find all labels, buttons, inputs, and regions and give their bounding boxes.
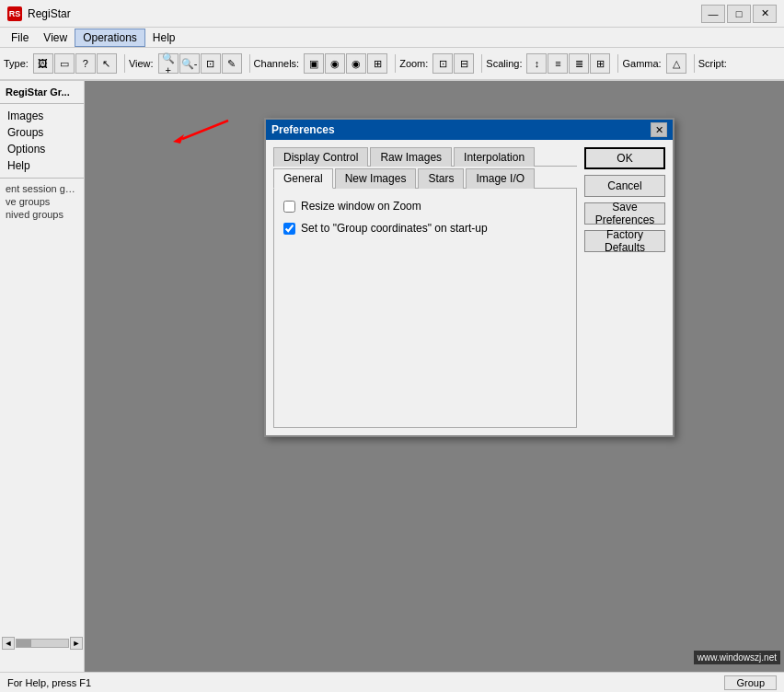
sidebar-divider-1 [0, 103, 84, 104]
tab-stars[interactable]: Stars [418, 168, 464, 189]
toolbar: Type: 🖼 ▭ ? ↖ View: 🔍+ 🔍- ⊡ ✎ Channels: … [0, 48, 784, 81]
toolbar-zoom-section: Zoom: ⊡ ⊟ [399, 53, 474, 74]
sidebar-item-images[interactable]: Images [0, 108, 84, 124]
zoom-ctrl-btn[interactable]: ⊡ [432, 53, 453, 74]
dialog-left-panel: Display Control Raw Images Interpolation… [273, 147, 577, 428]
resize-window-checkbox[interactable] [283, 201, 295, 213]
tab-interpolation[interactable]: Interpolation [454, 147, 535, 167]
group-coordinates-checkbox[interactable] [283, 223, 295, 235]
gamma-label: Gamma: [622, 58, 661, 69]
ok-button[interactable]: OK [584, 147, 665, 169]
channel-btn-4[interactable]: ⊞ [367, 53, 387, 74]
toolbar-btn-4[interactable]: ↖ [97, 53, 117, 74]
title-bar: RS RegiStar — □ ✕ [0, 0, 784, 28]
toolbar-divider-3 [395, 54, 396, 73]
toolbar-divider-2 [249, 54, 250, 73]
scroll-track [16, 639, 69, 648]
menu-operations[interactable]: Operations [75, 29, 145, 47]
type-label: Type: [4, 58, 29, 69]
toolbar-channels-section: Channels: ▣ ◉ ◉ ⊞ [254, 53, 388, 74]
menu-view[interactable]: View [36, 29, 75, 46]
sidebar-item-help[interactable]: Help [0, 157, 84, 174]
sidebar-groups-text: ve groups [0, 195, 84, 208]
tab-raw-images[interactable]: Raw Images [370, 147, 452, 167]
arrow-indicator [173, 116, 247, 146]
sidebar-divider-2 [0, 178, 84, 179]
dialog-titlebar: Preferences ✕ [266, 120, 673, 140]
toolbar-divider-4 [481, 54, 482, 73]
sidebar-item-options[interactable]: Options [0, 141, 84, 157]
minimize-button[interactable]: — [701, 5, 725, 23]
toolbar-btn-2[interactable]: ▭ [54, 53, 75, 74]
scale-btn-4[interactable]: ⊞ [590, 53, 610, 74]
toolbar-divider-5 [617, 54, 618, 73]
tab-content-general: Resize window on Zoom Set to "Group coor… [273, 189, 577, 428]
toolbar-btn-3[interactable]: ? [75, 53, 96, 74]
scroll-left-button[interactable]: ◄ [2, 637, 15, 650]
channel-btn-2[interactable]: ◉ [325, 53, 345, 74]
tab-row-2: General New Images Stars Image I/O [273, 168, 577, 189]
sidebar-archived-text: nived groups [0, 208, 84, 221]
dialog-body: Display Control Raw Images Interpolation… [266, 140, 673, 435]
tab-row-1: Display Control Raw Images Interpolation [273, 147, 577, 167]
group-coordinates-label: Set to "Group coordinates" on start-up [301, 222, 488, 235]
preferences-dialog: Preferences ✕ Display Control Raw Images… [264, 118, 674, 437]
menu-file[interactable]: File [4, 29, 36, 46]
status-group-label: Group [736, 677, 765, 688]
group-coordinates-row: Set to "Group coordinates" on start-up [283, 222, 567, 235]
scale-btn-2[interactable]: ≡ [548, 53, 568, 74]
menu-bar: File View Operations Help [0, 28, 784, 48]
svg-line-0 [182, 121, 228, 139]
window-controls: — □ ✕ [701, 5, 777, 23]
zoom-label: Zoom: [399, 58, 428, 69]
scroll-thumb [17, 640, 31, 647]
channels-label: Channels: [254, 58, 300, 69]
view-btn-2[interactable]: ✎ [222, 53, 242, 74]
gamma-btn[interactable]: △ [666, 53, 686, 74]
status-help-text: For Help, press F1 [7, 677, 717, 688]
close-button[interactable]: ✕ [753, 5, 777, 23]
toolbar-script-section: Script: [698, 58, 731, 69]
zoom-ctrl-btn2[interactable]: ⊟ [454, 53, 474, 74]
app-icon: RS [7, 6, 22, 21]
zoom-in-button[interactable]: 🔍+ [158, 53, 179, 74]
watermark: www.windowszj.net [694, 651, 780, 664]
resize-window-label: Resize window on Zoom [301, 200, 421, 213]
channel-btn-1[interactable]: ▣ [304, 53, 324, 74]
dialog-title: Preferences [271, 123, 651, 136]
toolbar-scaling-section: Scaling: ↕ ≡ ≣ ⊞ [486, 53, 610, 74]
script-label: Script: [698, 58, 727, 69]
status-group-indicator: Group [724, 675, 777, 690]
resize-window-row: Resize window on Zoom [283, 200, 567, 213]
tab-general[interactable]: General [273, 168, 333, 189]
menu-help[interactable]: Help [145, 29, 183, 46]
status-bar: For Help, press F1 Group [0, 672, 784, 692]
scroll-right-button[interactable]: ► [70, 637, 83, 650]
dialog-right-panel: OK Cancel Save Preferences Factory Defau… [584, 147, 665, 428]
save-preferences-button[interactable]: Save Preferences [584, 202, 665, 225]
sidebar-session-text: ent session group [0, 182, 84, 195]
scale-btn-1[interactable]: ↕ [526, 53, 547, 74]
dialog-close-button[interactable]: ✕ [651, 122, 667, 137]
zoom-fit-button[interactable]: ⊡ [201, 53, 221, 74]
window-title: RegiStar [28, 7, 701, 20]
toolbar-divider-1 [124, 54, 125, 73]
sidebar-title: RegiStar Gr... [0, 85, 84, 99]
svg-marker-1 [173, 134, 184, 144]
content-area: Preferences ✕ Display Control Raw Images… [85, 81, 784, 672]
tab-image-io[interactable]: Image I/O [466, 168, 535, 189]
sidebar-item-groups[interactable]: Groups [0, 124, 84, 141]
zoom-out-button[interactable]: 🔍- [179, 53, 200, 74]
toolbar-btn-1[interactable]: 🖼 [33, 53, 53, 74]
channel-btn-3[interactable]: ◉ [346, 53, 366, 74]
tab-display-control[interactable]: Display Control [273, 147, 368, 167]
scale-btn-3[interactable]: ≣ [569, 53, 589, 74]
sidebar: RegiStar Gr... Images Groups Options Hel… [0, 81, 85, 672]
cancel-button[interactable]: Cancel [584, 175, 665, 197]
tab-new-images[interactable]: New Images [335, 168, 417, 189]
toolbar-divider-6 [694, 54, 695, 73]
factory-defaults-button[interactable]: Factory Defaults [584, 230, 665, 252]
toolbar-gamma-section: Gamma: △ [622, 53, 686, 74]
view-label: View: [129, 58, 154, 69]
maximize-button[interactable]: □ [727, 5, 751, 23]
